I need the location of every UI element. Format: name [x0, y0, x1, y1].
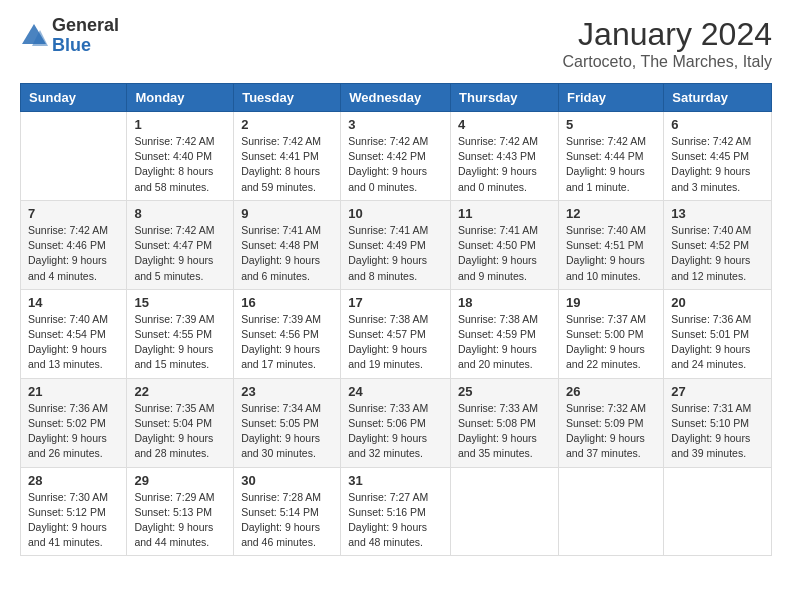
day-info: Sunrise: 7:30 AM Sunset: 5:12 PM Dayligh… — [28, 490, 119, 551]
calendar-cell: 31Sunrise: 7:27 AM Sunset: 5:16 PM Dayli… — [341, 467, 451, 556]
calendar-week-4: 21Sunrise: 7:36 AM Sunset: 5:02 PM Dayli… — [21, 378, 772, 467]
calendar-week-1: 1Sunrise: 7:42 AM Sunset: 4:40 PM Daylig… — [21, 112, 772, 201]
calendar-cell: 11Sunrise: 7:41 AM Sunset: 4:50 PM Dayli… — [451, 200, 559, 289]
weekday-header-friday: Friday — [558, 84, 663, 112]
calendar-cell: 8Sunrise: 7:42 AM Sunset: 4:47 PM Daylig… — [127, 200, 234, 289]
month-title: January 2024 — [562, 16, 772, 53]
day-number: 20 — [671, 295, 764, 310]
calendar-cell: 26Sunrise: 7:32 AM Sunset: 5:09 PM Dayli… — [558, 378, 663, 467]
calendar-table: SundayMondayTuesdayWednesdayThursdayFrid… — [20, 83, 772, 556]
day-number: 6 — [671, 117, 764, 132]
calendar-cell — [664, 467, 772, 556]
calendar-cell: 23Sunrise: 7:34 AM Sunset: 5:05 PM Dayli… — [234, 378, 341, 467]
day-info: Sunrise: 7:42 AM Sunset: 4:45 PM Dayligh… — [671, 134, 764, 195]
day-info: Sunrise: 7:42 AM Sunset: 4:41 PM Dayligh… — [241, 134, 333, 195]
day-info: Sunrise: 7:37 AM Sunset: 5:00 PM Dayligh… — [566, 312, 656, 373]
day-number: 26 — [566, 384, 656, 399]
calendar-cell — [21, 112, 127, 201]
day-info: Sunrise: 7:33 AM Sunset: 5:08 PM Dayligh… — [458, 401, 551, 462]
calendar-cell: 27Sunrise: 7:31 AM Sunset: 5:10 PM Dayli… — [664, 378, 772, 467]
day-info: Sunrise: 7:42 AM Sunset: 4:44 PM Dayligh… — [566, 134, 656, 195]
weekday-header-saturday: Saturday — [664, 84, 772, 112]
day-info: Sunrise: 7:39 AM Sunset: 4:55 PM Dayligh… — [134, 312, 226, 373]
day-number: 30 — [241, 473, 333, 488]
day-info: Sunrise: 7:29 AM Sunset: 5:13 PM Dayligh… — [134, 490, 226, 551]
day-info: Sunrise: 7:41 AM Sunset: 4:48 PM Dayligh… — [241, 223, 333, 284]
calendar-cell: 19Sunrise: 7:37 AM Sunset: 5:00 PM Dayli… — [558, 289, 663, 378]
day-number: 15 — [134, 295, 226, 310]
day-number: 18 — [458, 295, 551, 310]
calendar-cell: 3Sunrise: 7:42 AM Sunset: 4:42 PM Daylig… — [341, 112, 451, 201]
day-info: Sunrise: 7:42 AM Sunset: 4:47 PM Dayligh… — [134, 223, 226, 284]
day-info: Sunrise: 7:39 AM Sunset: 4:56 PM Dayligh… — [241, 312, 333, 373]
calendar-cell: 24Sunrise: 7:33 AM Sunset: 5:06 PM Dayli… — [341, 378, 451, 467]
day-number: 2 — [241, 117, 333, 132]
calendar-cell: 13Sunrise: 7:40 AM Sunset: 4:52 PM Dayli… — [664, 200, 772, 289]
weekday-header-monday: Monday — [127, 84, 234, 112]
calendar-week-2: 7Sunrise: 7:42 AM Sunset: 4:46 PM Daylig… — [21, 200, 772, 289]
day-number: 22 — [134, 384, 226, 399]
day-info: Sunrise: 7:27 AM Sunset: 5:16 PM Dayligh… — [348, 490, 443, 551]
day-info: Sunrise: 7:40 AM Sunset: 4:54 PM Dayligh… — [28, 312, 119, 373]
day-number: 29 — [134, 473, 226, 488]
header: General Blue January 2024 Cartoceto, The… — [20, 16, 772, 71]
title-area: January 2024 Cartoceto, The Marches, Ita… — [562, 16, 772, 71]
calendar-cell: 2Sunrise: 7:42 AM Sunset: 4:41 PM Daylig… — [234, 112, 341, 201]
day-number: 24 — [348, 384, 443, 399]
day-info: Sunrise: 7:42 AM Sunset: 4:40 PM Dayligh… — [134, 134, 226, 195]
calendar-cell: 30Sunrise: 7:28 AM Sunset: 5:14 PM Dayli… — [234, 467, 341, 556]
day-number: 31 — [348, 473, 443, 488]
day-number: 5 — [566, 117, 656, 132]
calendar-cell — [558, 467, 663, 556]
day-number: 21 — [28, 384, 119, 399]
calendar-cell: 28Sunrise: 7:30 AM Sunset: 5:12 PM Dayli… — [21, 467, 127, 556]
weekday-header-row: SundayMondayTuesdayWednesdayThursdayFrid… — [21, 84, 772, 112]
day-info: Sunrise: 7:41 AM Sunset: 4:50 PM Dayligh… — [458, 223, 551, 284]
day-number: 17 — [348, 295, 443, 310]
weekday-header-sunday: Sunday — [21, 84, 127, 112]
day-number: 4 — [458, 117, 551, 132]
day-number: 16 — [241, 295, 333, 310]
day-number: 10 — [348, 206, 443, 221]
calendar-cell — [451, 467, 559, 556]
day-info: Sunrise: 7:38 AM Sunset: 4:59 PM Dayligh… — [458, 312, 551, 373]
logo-general: General — [52, 16, 119, 36]
day-info: Sunrise: 7:31 AM Sunset: 5:10 PM Dayligh… — [671, 401, 764, 462]
calendar-cell: 16Sunrise: 7:39 AM Sunset: 4:56 PM Dayli… — [234, 289, 341, 378]
day-number: 11 — [458, 206, 551, 221]
day-number: 27 — [671, 384, 764, 399]
location-title: Cartoceto, The Marches, Italy — [562, 53, 772, 71]
calendar-cell: 7Sunrise: 7:42 AM Sunset: 4:46 PM Daylig… — [21, 200, 127, 289]
logo-icon — [20, 22, 48, 50]
day-number: 14 — [28, 295, 119, 310]
day-number: 12 — [566, 206, 656, 221]
calendar-cell: 5Sunrise: 7:42 AM Sunset: 4:44 PM Daylig… — [558, 112, 663, 201]
day-number: 13 — [671, 206, 764, 221]
day-info: Sunrise: 7:42 AM Sunset: 4:42 PM Dayligh… — [348, 134, 443, 195]
day-number: 19 — [566, 295, 656, 310]
weekday-header-thursday: Thursday — [451, 84, 559, 112]
day-info: Sunrise: 7:32 AM Sunset: 5:09 PM Dayligh… — [566, 401, 656, 462]
day-info: Sunrise: 7:33 AM Sunset: 5:06 PM Dayligh… — [348, 401, 443, 462]
calendar-cell: 21Sunrise: 7:36 AM Sunset: 5:02 PM Dayli… — [21, 378, 127, 467]
weekday-header-wednesday: Wednesday — [341, 84, 451, 112]
day-info: Sunrise: 7:36 AM Sunset: 5:01 PM Dayligh… — [671, 312, 764, 373]
day-info: Sunrise: 7:38 AM Sunset: 4:57 PM Dayligh… — [348, 312, 443, 373]
day-number: 25 — [458, 384, 551, 399]
day-number: 7 — [28, 206, 119, 221]
logo: General Blue — [20, 16, 119, 56]
day-info: Sunrise: 7:36 AM Sunset: 5:02 PM Dayligh… — [28, 401, 119, 462]
day-number: 8 — [134, 206, 226, 221]
day-number: 3 — [348, 117, 443, 132]
calendar-cell: 10Sunrise: 7:41 AM Sunset: 4:49 PM Dayli… — [341, 200, 451, 289]
logo-text: General Blue — [52, 16, 119, 56]
day-info: Sunrise: 7:34 AM Sunset: 5:05 PM Dayligh… — [241, 401, 333, 462]
day-number: 23 — [241, 384, 333, 399]
calendar-cell: 6Sunrise: 7:42 AM Sunset: 4:45 PM Daylig… — [664, 112, 772, 201]
day-info: Sunrise: 7:28 AM Sunset: 5:14 PM Dayligh… — [241, 490, 333, 551]
day-number: 1 — [134, 117, 226, 132]
calendar-cell: 12Sunrise: 7:40 AM Sunset: 4:51 PM Dayli… — [558, 200, 663, 289]
calendar-cell: 17Sunrise: 7:38 AM Sunset: 4:57 PM Dayli… — [341, 289, 451, 378]
weekday-header-tuesday: Tuesday — [234, 84, 341, 112]
logo-blue: Blue — [52, 36, 119, 56]
